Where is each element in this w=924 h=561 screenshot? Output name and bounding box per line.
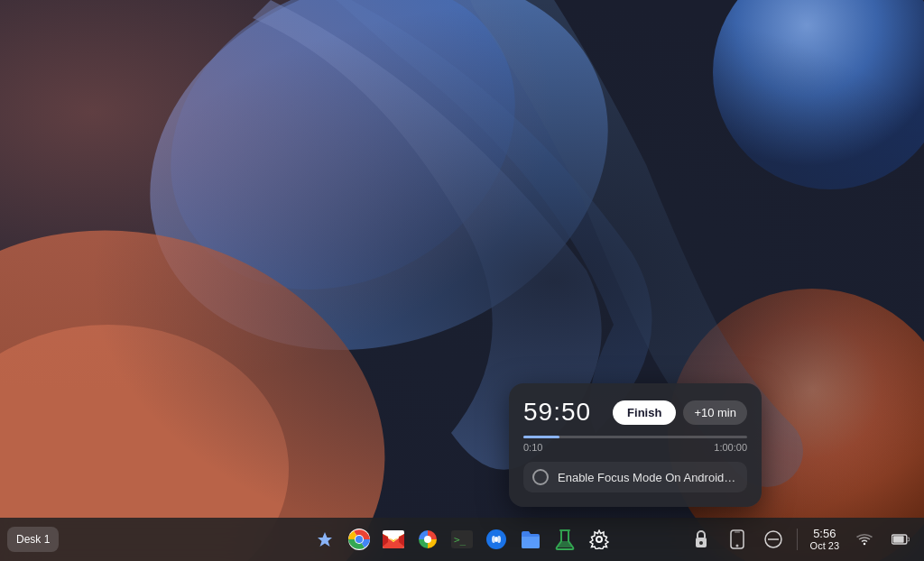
svg-rect-20	[559, 529, 570, 531]
svg-text:>_: >_	[454, 534, 467, 546]
svg-point-21	[596, 537, 602, 542]
svg-point-17	[492, 536, 495, 543]
timer-display: 59:50	[523, 398, 591, 427]
desk-button[interactable]: Desk 1	[7, 527, 59, 552]
svg-rect-26	[735, 532, 740, 533]
taskbar-left: Desk 1	[7, 527, 59, 552]
svg-point-25	[735, 545, 738, 547]
focus-radio-button[interactable]	[532, 469, 549, 485]
progress-bar-fill	[523, 436, 559, 438]
svg-point-19	[495, 537, 498, 542]
svg-rect-30	[893, 536, 904, 542]
battery-tray-icon[interactable]	[884, 523, 917, 556]
timer-popup: 59:50 Finish +10 min 0:10 1:00:00 Enable…	[509, 383, 762, 507]
photos-app-icon[interactable]	[411, 523, 444, 556]
time-display: 5:56	[813, 527, 836, 541]
focus-mode-label: Enable Focus Mode On Android and Wind...	[558, 471, 738, 484]
screenlock-tray-button[interactable]	[685, 523, 717, 556]
status-divider	[797, 529, 798, 550]
progress-bar-background	[523, 436, 747, 438]
taskbar-apps: >_	[309, 523, 615, 556]
phone-tray-button[interactable]	[721, 523, 753, 556]
svg-point-18	[497, 536, 501, 543]
wallpaper	[0, 0, 924, 561]
progress-end-label: 1:00:00	[714, 442, 747, 453]
launcher-icon[interactable]	[309, 523, 341, 556]
terminal-app-icon[interactable]: >_	[446, 523, 478, 556]
gmail-app-icon[interactable]	[377, 523, 410, 556]
time-date-area[interactable]: 5:56 Oct 23	[805, 525, 845, 555]
svg-point-13	[424, 536, 431, 543]
date-display: Oct 23	[810, 540, 839, 552]
add-time-button[interactable]: +10 min	[683, 400, 747, 425]
chrome-app-icon[interactable]	[343, 523, 375, 556]
settings-app-icon[interactable]	[583, 523, 615, 556]
taskbar-right: 5:56 Oct 23	[685, 523, 917, 556]
progress-start-label: 0:10	[523, 442, 542, 453]
audio-app-icon[interactable]	[480, 523, 513, 556]
svg-rect-8	[0, 0, 924, 561]
finish-button[interactable]: Finish	[613, 400, 676, 425]
svg-point-11	[356, 536, 363, 543]
focus-mode-item[interactable]: Enable Focus Mode On Android and Wind...	[523, 462, 747, 492]
files-app-icon[interactable]	[514, 523, 547, 556]
wifi-tray-icon[interactable]	[848, 523, 881, 556]
donotdisturb-tray-button[interactable]	[757, 523, 790, 556]
testlab-app-icon[interactable]	[549, 523, 581, 556]
svg-point-23	[699, 541, 703, 545]
taskbar: Desk 1	[0, 518, 924, 561]
